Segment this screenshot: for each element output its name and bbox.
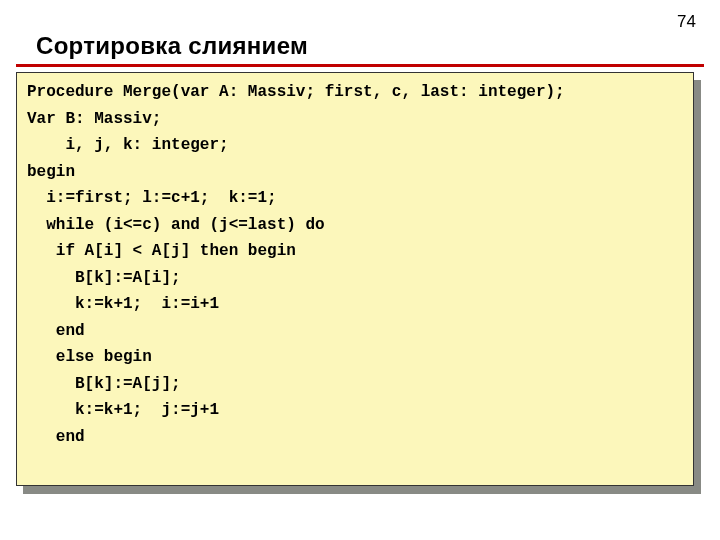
code-line: end	[27, 428, 85, 446]
code-line: k:=k+1; j:=j+1	[27, 401, 219, 419]
page-number: 74	[677, 12, 696, 32]
code-line: Var B: Massiv;	[27, 110, 161, 128]
code-line: while (i<=c) and (j<=last) do	[27, 216, 325, 234]
code-line: B[k]:=A[i];	[27, 269, 181, 287]
code-line: if A[i] < A[j] then begin	[27, 242, 296, 260]
code-line: k:=k+1; i:=i+1	[27, 295, 219, 313]
code-block: Procedure Merge(var A: Massiv; first, c,…	[16, 72, 694, 486]
code-line: i, j, k: integer;	[27, 136, 229, 154]
code-line: end	[27, 322, 85, 340]
code-line: Procedure Merge(var A: Massiv; first, c,…	[27, 83, 565, 101]
slide-title: Сортировка слиянием	[36, 32, 308, 60]
code-line: i:=first; l:=c+1; k:=1;	[27, 189, 277, 207]
code-line: else begin	[27, 348, 152, 366]
title-underline	[16, 64, 704, 67]
code-line: begin	[27, 163, 75, 181]
code-line: B[k]:=A[j];	[27, 375, 181, 393]
